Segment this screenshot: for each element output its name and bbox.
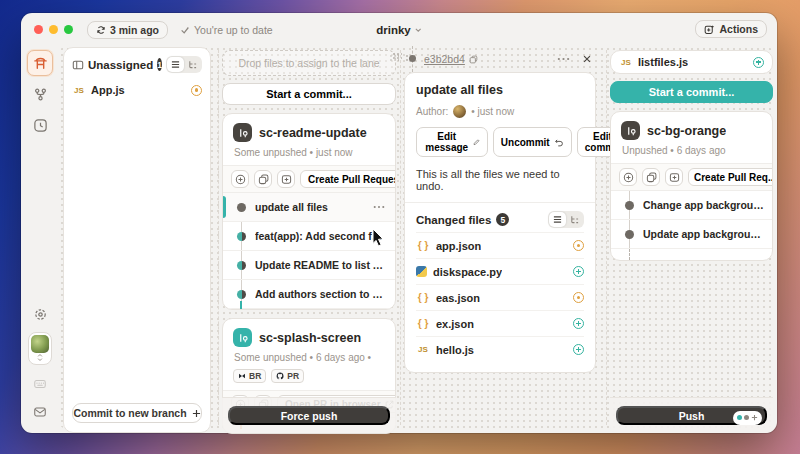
modified-status-icon (573, 240, 584, 251)
close-icon (582, 54, 592, 64)
changed-file-row[interactable]: { } app.json (416, 232, 584, 258)
branch-badge-icon (233, 123, 252, 142)
commit-list: Change app background color t... Update … (611, 191, 772, 260)
teal-dot-icon (737, 415, 742, 420)
changed-file-row[interactable]: diskspace.py (416, 258, 584, 284)
fold-commits-icon-button[interactable] (254, 170, 272, 188)
check-icon (180, 25, 190, 35)
added-status-icon (573, 344, 584, 355)
branch-meta: Unpushed • 6 days ago (622, 145, 762, 156)
sync-button[interactable]: 3 min ago (87, 21, 168, 39)
commit-dot-remote (237, 261, 246, 270)
added-status-icon (573, 266, 584, 277)
gray-dot-icon (744, 415, 749, 420)
commit-hash-link[interactable]: e3b2bd4 (424, 53, 465, 65)
commit-row[interactable]: Update README to list Anne as pr... (223, 251, 395, 280)
dropzone[interactable]: Drop files to assign to the lane (222, 50, 396, 76)
zoom-window-button[interactable] (64, 25, 73, 34)
close-detail-button[interactable] (582, 54, 592, 64)
commit-row[interactable]: feat(app): Add second favicon to ... (223, 222, 395, 251)
plus-icon (192, 409, 201, 418)
sync-label: 3 min ago (110, 24, 159, 36)
history-icon (33, 118, 48, 133)
overlap-icon (646, 172, 657, 183)
create-pr-button[interactable]: Create Pull Req... (688, 168, 773, 186)
push-targets-indicator[interactable] (733, 411, 762, 425)
workspace-nav-button[interactable] (27, 50, 53, 76)
branch-header[interactable]: sc-readme-update Some unpushed • just no… (223, 114, 395, 165)
commit-detail-header: e3b2bd4 (404, 50, 596, 68)
branch-badge-icon (621, 121, 640, 140)
commit-dot (409, 55, 416, 62)
list-view-button[interactable] (167, 57, 184, 72)
js-file-icon: JS (416, 345, 430, 354)
commit-dot-remote (237, 232, 246, 241)
lane-drag-handle[interactable] (392, 52, 402, 59)
undo-icon (554, 138, 564, 147)
plus-circle-icon (235, 174, 246, 185)
list-view-button[interactable] (549, 212, 566, 227)
commit-menu-button[interactable] (371, 205, 387, 209)
ellipsis-icon (557, 57, 570, 61)
branches-nav-button[interactable] (27, 81, 53, 107)
add-commit-icon-button[interactable] (619, 168, 637, 186)
start-commit-button[interactable]: Start a commit... (222, 83, 396, 105)
added-status-icon (573, 318, 584, 329)
keyboard-shortcuts-button[interactable] (27, 371, 53, 397)
push-button[interactable]: Push (616, 406, 767, 425)
fold-commits-icon-button[interactable] (642, 168, 660, 186)
tree-view-button[interactable] (566, 212, 583, 227)
commit-row[interactable]: Update app background color t... (611, 220, 772, 249)
json-file-icon: { } (416, 318, 430, 329)
detail-menu-button[interactable] (555, 57, 572, 61)
actions-button[interactable]: Actions (695, 20, 767, 38)
review-icon (281, 174, 292, 185)
commit-to-new-branch-button[interactable]: Commit to new branch (72, 403, 202, 423)
author-line: Author: • just now (416, 105, 584, 118)
commit-detail-lane: e3b2bd4 update all files Author: • just … (404, 50, 596, 433)
commit-description: This is all the files we need to undo. (416, 168, 584, 192)
commit-row[interactable]: Add authors section to README file (223, 280, 395, 309)
added-status-icon (753, 57, 764, 68)
unassigned-file-row[interactable]: JS App.js (64, 79, 210, 101)
edit-message-button[interactable]: Edit message (416, 127, 488, 157)
branch-actions: Create Pull Req... (611, 163, 772, 191)
plus-icon (751, 414, 758, 421)
close-window-button[interactable] (34, 25, 43, 34)
list-view-icon (553, 215, 562, 224)
create-pr-button[interactable]: Create Pull Request (300, 170, 396, 188)
uncommit-button[interactable]: Uncommit (493, 127, 572, 157)
branch-header[interactable]: sc-splash-screen Some unpushed • 6 days … (223, 319, 395, 390)
tree-view-button[interactable] (184, 57, 201, 72)
pencil-icon (473, 138, 479, 147)
review-icon-button[interactable] (665, 168, 683, 186)
profile-switcher[interactable] (28, 332, 52, 365)
changed-files-header: Changed files 5 (416, 203, 584, 232)
minimize-window-button[interactable] (49, 25, 58, 34)
review-icon-button[interactable] (277, 170, 295, 188)
changed-file-row[interactable]: JS hello.js (416, 336, 584, 362)
commit-title: update all files (416, 83, 584, 97)
commit-row[interactable]: Change app background color t... (611, 191, 772, 220)
history-nav-button[interactable] (27, 112, 53, 138)
lane-bg-orange: JS listfiles.js Start a commit... sc-bg-… (610, 50, 773, 433)
unassigned-panel: Unassigned 1 JS App.js Commit to new bra… (63, 47, 211, 433)
add-commit-icon-button[interactable] (231, 170, 249, 188)
branch-actions: Create Pull Request (223, 165, 395, 193)
branch-review-badge[interactable]: BR (233, 369, 266, 383)
changed-file-row[interactable]: { } eas.json (416, 284, 584, 310)
project-name: drinky (376, 24, 411, 36)
changed-file-row[interactable]: { } ex.json (416, 310, 584, 336)
assigned-file-row[interactable]: JS listfiles.js (610, 50, 773, 74)
project-switcher[interactable]: drinky (376, 24, 422, 36)
branch-header[interactable]: sc-bg-orange Unpushed • 6 days ago (611, 112, 772, 163)
force-push-button[interactable]: Force push (228, 406, 390, 425)
copy-icon[interactable] (469, 55, 478, 64)
settings-button[interactable] (27, 301, 53, 327)
feedback-button[interactable] (27, 399, 53, 425)
sync-icon (96, 25, 106, 35)
start-commit-button[interactable]: Start a commit... (610, 81, 773, 103)
commit-row-selected[interactable]: update all files (223, 193, 395, 222)
pr-badge[interactable]: PR (271, 369, 304, 383)
branch-card-readme-update: sc-readme-update Some unpushed • just no… (222, 113, 396, 310)
